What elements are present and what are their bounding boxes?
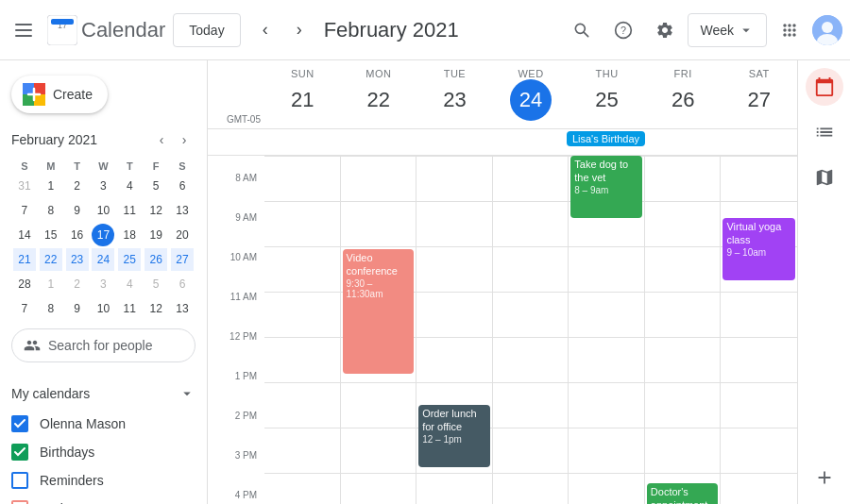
mini-day-2[interactable]: 2: [66, 175, 89, 197]
day-num-wed[interactable]: 24: [510, 79, 552, 121]
calendar-item-reminders[interactable]: Reminders: [0, 466, 199, 495]
mini-day-27[interactable]: 27: [171, 248, 194, 271]
event-title-take-dog: Take dog to the vet: [574, 158, 638, 185]
mini-cal-next[interactable]: ›: [173, 128, 196, 151]
calendar-item-olenna[interactable]: Olenna Mason: [0, 410, 199, 438]
mini-day-13[interactable]: 13: [171, 199, 194, 222]
prev-button[interactable]: ‹: [248, 13, 282, 47]
event-order-lunch[interactable]: Order lunch for office12 – 1pm: [418, 405, 490, 467]
right-icon-maps[interactable]: [806, 159, 843, 196]
calendar-item-birthdays[interactable]: Birthdays: [0, 438, 199, 466]
search-button[interactable]: [563, 11, 601, 49]
mini-day-6[interactable]: 6: [171, 273, 194, 295]
mini-day-18[interactable]: 18: [118, 224, 141, 246]
mini-dow-tue: T: [64, 159, 91, 174]
mini-day-28[interactable]: 28: [13, 273, 36, 295]
mini-day-15[interactable]: 15: [40, 224, 62, 246]
my-calendars-section: My calendars Olenna Mason Birthdays: [0, 378, 207, 504]
settings-button[interactable]: [646, 11, 684, 49]
time-grid: 8 AM 9 AM 10 AM 11 AM 12 PM 1 PM 2 PM 3 …: [208, 156, 797, 504]
mini-day-23[interactable]: 23: [66, 248, 89, 271]
mini-day-7[interactable]: 7: [13, 199, 36, 222]
mini-day-11[interactable]: 11: [118, 199, 141, 222]
day-col-mon: Video conference9:30 – 11:30am: [341, 156, 417, 504]
mini-day-6[interactable]: 6: [171, 175, 194, 197]
mini-day-2[interactable]: 2: [66, 273, 89, 295]
mini-day-31[interactable]: 31: [13, 175, 36, 197]
day-num-tue[interactable]: 23: [434, 79, 475, 121]
day-num-sun[interactable]: 21: [281, 79, 323, 121]
create-button[interactable]: Create: [11, 76, 108, 113]
mini-day-8[interactable]: 8: [40, 199, 62, 222]
menu-button[interactable]: [8, 14, 40, 46]
mini-day-7[interactable]: 7: [13, 297, 36, 320]
event-take-dog[interactable]: Take dog to the vet8 – 9am: [570, 156, 642, 218]
day-col-tue: Order lunch for office12 – 1pm: [416, 156, 493, 504]
my-calendars-header[interactable]: My calendars: [0, 378, 207, 410]
mini-day-12[interactable]: 12: [144, 297, 167, 320]
mini-day-20[interactable]: 20: [171, 224, 194, 246]
event-virtual-yoga[interactable]: Virtual yoga class9 – 10am: [722, 218, 795, 280]
all-day-col-tue: [415, 129, 489, 155]
help-button[interactable]: ?: [604, 11, 642, 49]
day-name-fri: FRI: [645, 68, 722, 79]
create-label: Create: [53, 87, 93, 102]
calendar-checkbox-olenna[interactable]: [11, 415, 28, 432]
day-num-fri[interactable]: 26: [662, 79, 704, 121]
mini-cal-prev[interactable]: ‹: [150, 128, 173, 151]
day-num-sat[interactable]: 27: [739, 79, 780, 121]
mini-day-16[interactable]: 16: [66, 224, 89, 246]
time-column: 8 AM 9 AM 10 AM 11 AM 12 PM 1 PM 2 PM 3 …: [208, 156, 264, 504]
header: 17 Calendar Today ‹ › February 2021 ? We…: [0, 0, 850, 60]
view-selector[interactable]: Week: [688, 13, 767, 47]
search-people[interactable]: Search for people: [11, 328, 196, 362]
event-doctors[interactable]: Doctor's appointment1:15 – 2:15pm: [647, 483, 719, 505]
mini-day-1[interactable]: 1: [40, 273, 62, 295]
mini-day-26[interactable]: 26: [144, 248, 167, 271]
day-num-mon[interactable]: 22: [358, 79, 400, 121]
mini-day-8[interactable]: 8: [40, 297, 62, 320]
mini-day-17[interactable]: 17: [92, 224, 114, 246]
mini-day-11[interactable]: 11: [118, 297, 141, 320]
mini-day-4[interactable]: 4: [118, 175, 141, 197]
avatar[interactable]: [812, 15, 842, 45]
apps-button[interactable]: [771, 11, 808, 49]
right-icon-add[interactable]: [806, 459, 843, 496]
calendar-checkbox-tasks[interactable]: [11, 500, 28, 504]
mini-day-25[interactable]: 25: [118, 248, 141, 271]
calendar-checkbox-reminders[interactable]: [11, 472, 28, 489]
day-num-thu[interactable]: 25: [586, 79, 628, 121]
svg-rect-15: [23, 94, 34, 106]
mini-day-5[interactable]: 5: [144, 175, 167, 197]
mini-day-21[interactable]: 21: [13, 248, 36, 271]
next-button[interactable]: ›: [282, 13, 316, 47]
mini-day-9[interactable]: 9: [66, 199, 89, 222]
sidebar: Create February 2021 ‹ › S M: [0, 60, 208, 504]
mini-cal-nav: ‹ ›: [150, 128, 196, 151]
time-label-10am: 10 AM: [208, 252, 264, 297]
calendar-item-tasks[interactable]: Tasks: [0, 495, 199, 504]
mini-day-22[interactable]: 22: [40, 248, 62, 271]
all-day-gutter: [208, 129, 264, 155]
mini-day-3[interactable]: 3: [92, 175, 114, 197]
event-video-conf[interactable]: Video conference9:30 – 11:30am: [343, 249, 415, 374]
mini-day-5[interactable]: 5: [144, 273, 167, 295]
day-name-tue: TUE: [416, 68, 493, 79]
mini-day-14[interactable]: 14: [13, 224, 36, 246]
mini-day-4[interactable]: 4: [118, 273, 141, 295]
today-button[interactable]: Today: [173, 13, 240, 47]
mini-day-10[interactable]: 10: [92, 297, 114, 320]
mini-day-13[interactable]: 13: [171, 297, 194, 320]
mini-day-12[interactable]: 12: [144, 199, 167, 222]
mini-day-3[interactable]: 3: [92, 273, 114, 295]
mini-day-24[interactable]: 24: [92, 248, 114, 271]
right-icon-calendar[interactable]: [806, 68, 843, 106]
lisas-birthday-event[interactable]: Lisa's Birthday: [567, 131, 645, 146]
mini-day-9[interactable]: 9: [66, 297, 89, 320]
mini-day-1[interactable]: 1: [40, 175, 62, 197]
calendar-checkbox-birthdays[interactable]: [11, 444, 28, 461]
mini-day-10[interactable]: 10: [92, 199, 114, 222]
mini-dow-mon: M: [38, 159, 64, 174]
mini-day-19[interactable]: 19: [144, 224, 167, 246]
right-icon-tasks[interactable]: [806, 113, 843, 151]
